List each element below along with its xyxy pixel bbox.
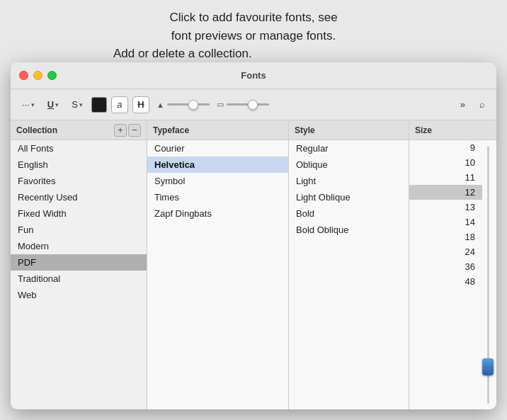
collection-item[interactable]: Fixed Width [11,205,147,222]
collection-item[interactable]: All Fonts [11,140,147,157]
more-label: » [460,99,465,110]
action-chevron-icon: ▾ [31,101,35,108]
strikethrough-label: H [137,99,144,110]
size-item[interactable]: 24 [409,244,482,259]
remove-collection-button[interactable]: − [128,124,141,137]
color-swatch[interactable] [91,97,107,113]
content-area: Collection + − All FontsEnglishFavorites… [11,120,496,409]
slider-thumb-1[interactable] [188,100,198,110]
v-slider-track[interactable] [487,146,489,404]
style-item[interactable]: Light Oblique [289,189,409,205]
vertical-slider[interactable] [482,140,494,409]
collection-item[interactable]: Web [11,287,147,303]
italic-button[interactable]: a [111,96,128,113]
slider-group-1: ▲ [156,101,210,109]
size-button[interactable]: S ▾ [67,96,87,113]
titlebar: Fonts [11,62,496,89]
fonts-window: Fonts ··· ▾ U ▾ S ▾ a H ▲ ▭ [11,62,496,409]
action-button[interactable]: ··· ▾ [18,96,39,113]
v-slider-thumb[interactable] [482,358,494,375]
size-item[interactable]: 9 [409,140,482,155]
collection-column-header: Collection [16,125,57,135]
size-item[interactable]: 18 [409,229,482,244]
collection-item[interactable]: English [11,157,147,173]
underline-button[interactable]: U ▾ [43,96,63,113]
search-icon: ⌕ [479,99,485,110]
style-item[interactable]: Oblique [289,157,409,173]
slider-track-2[interactable] [227,103,269,106]
size-chevron-icon: ▾ [79,101,83,108]
typeface-item[interactable]: Helvetica [147,157,288,173]
slider-track-1[interactable] [167,103,210,106]
maximize-button[interactable] [47,71,57,80]
style-column-header: Style [289,120,409,140]
style-item[interactable]: Bold [289,205,409,222]
collection-item[interactable]: Favorites [11,173,147,189]
collection-item[interactable]: Recently Used [11,189,147,205]
typeface-item[interactable]: Times [147,189,288,205]
style-list: RegularObliqueLightLight ObliqueBoldBold… [289,140,409,409]
more-button[interactable]: » [456,96,469,113]
typeface-column-header: Typeface [147,120,288,140]
collection-item[interactable]: Fun [11,222,147,238]
style-panel: Style RegularObliqueLightLight ObliqueBo… [289,120,409,409]
size-label: S [72,99,78,110]
size-item[interactable]: 36 [409,259,482,274]
typeface-item[interactable]: Symbol [147,173,288,189]
typeface-item[interactable]: Zapf Dingbats [147,205,288,222]
search-button[interactable]: ⌕ [475,96,489,113]
tooltip-line1: Click to add favourite fonts, see [21,8,486,27]
action-icon: ··· [22,99,30,110]
toolbar-right: » ⌕ [456,96,489,113]
collection-item[interactable]: Modern [11,238,147,254]
italic-label: a [117,99,122,110]
tooltip-line2: font previews or manage fonts. [21,27,486,45]
typeface-panel: Typeface CourierHelveticaSymbolTimesZapf… [147,120,289,409]
typeface-item[interactable]: Courier [147,140,288,157]
size-item[interactable]: 10 [409,155,482,170]
window-title: Fonts [241,70,266,81]
underline-label: U [47,99,54,110]
style-item[interactable]: Regular [289,140,409,157]
triangle-up-icon: ▲ [156,101,164,109]
style-item[interactable]: Light [289,173,409,189]
traffic-lights [19,71,57,80]
collection-header: Collection + − [11,120,147,140]
collection-item[interactable]: Traditional [11,271,147,287]
underline-chevron-icon: ▾ [55,101,59,108]
strikethrough-button[interactable]: H [132,96,149,113]
tooltip-area: Click to add favourite fonts, see font p… [0,0,507,72]
style-item[interactable]: Bold Oblique [289,222,409,238]
add-collection-button[interactable]: + [114,124,127,137]
typeface-list: CourierHelveticaSymbolTimesZapf Dingbats [147,140,288,409]
size-item[interactable]: 12 [409,185,482,200]
size-item[interactable]: 14 [409,215,482,229]
size-panel: Size 9101112131418243648 [409,120,496,409]
collection-panel: Collection + − All FontsEnglishFavorites… [11,120,147,409]
close-button[interactable] [19,71,28,80]
size-column-header: Size [409,120,496,140]
size-item[interactable]: 48 [409,274,482,289]
collection-item[interactable]: PDF [11,254,147,271]
minimize-button[interactable] [33,71,42,80]
size-item[interactable]: 13 [409,200,482,215]
tooltip-line3: Add or delete a collection. [21,45,486,63]
slider-group-2: ▭ [217,100,269,109]
toolbar: ··· ▾ U ▾ S ▾ a H ▲ ▭ [11,89,496,120]
slider-thumb-2[interactable] [248,100,258,110]
size-item[interactable]: 11 [409,170,482,185]
collection-list: All FontsEnglishFavoritesRecently UsedFi… [11,140,147,409]
collection-header-buttons: + − [114,124,141,137]
rect-icon: ▭ [217,100,224,109]
